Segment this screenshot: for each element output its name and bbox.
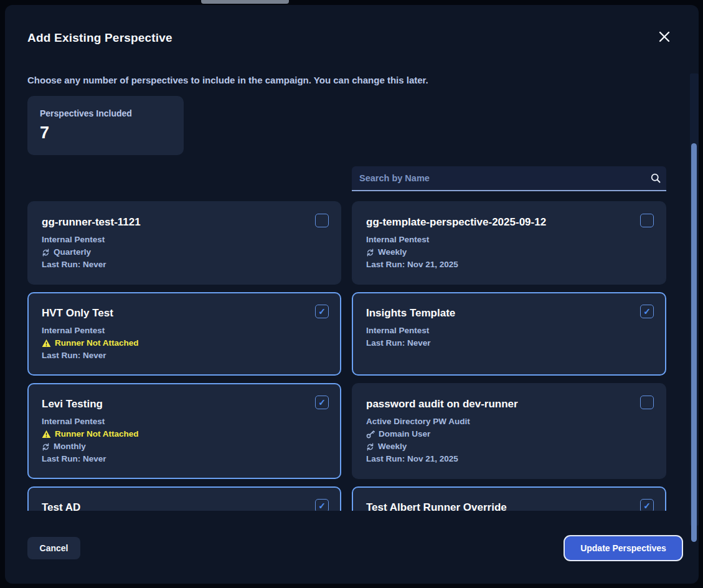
perspective-card-header: gg-template-perspective-2025-09-12 ✓ (366, 214, 654, 230)
meta-text: Weekly (378, 440, 407, 453)
perspectives-included-card: Perspectives Included 7 (27, 96, 184, 155)
meta-text: Monthly (54, 440, 86, 453)
perspective-name: Levi Testing (42, 396, 103, 412)
perspective-meta-row: Last Run: Never (366, 337, 654, 349)
perspective-meta-row: Monthly (42, 440, 329, 453)
meta-text: Last Run: Never (42, 258, 106, 271)
warning-icon (42, 339, 51, 348)
perspective-meta-row: Internal Pentest (42, 325, 329, 337)
scrollbar-thumb[interactable] (691, 143, 697, 542)
perspective-checkbox[interactable]: ✓ (640, 499, 654, 511)
update-perspectives-button[interactable]: Update Perspectives (565, 536, 682, 560)
search-input[interactable] (352, 166, 645, 190)
perspective-meta-row: Internal Pentest (42, 415, 329, 428)
meta-text: Runner Not Attached (55, 428, 139, 440)
add-existing-perspective-modal: Add Existing Perspective Choose any numb… (5, 5, 699, 584)
perspective-meta: Internal PentestRunner Not AttachedLast … (42, 325, 329, 362)
perspective-checkbox[interactable]: ✓ (315, 214, 329, 227)
perspective-checkbox[interactable]: ✓ (640, 214, 654, 227)
perspective-meta-row: Last Run: Never (42, 453, 329, 465)
key-icon (366, 430, 375, 439)
meta-text: Internal Pentest (366, 234, 429, 246)
perspective-name: HVT Only Test (42, 305, 113, 321)
close-icon (658, 30, 671, 46)
meta-text: Active Directory PW Audit (366, 415, 470, 428)
perspective-card[interactable]: gg-template-perspective-2025-09-12 ✓ Int… (352, 201, 666, 285)
check-icon: ✓ (643, 307, 651, 316)
check-icon: ✓ (318, 307, 326, 316)
perspective-card-header: Insights Template ✓ (366, 305, 654, 321)
perspective-meta-row: Last Run: Nov 21, 2025 (366, 453, 654, 465)
repeat-icon (42, 249, 50, 257)
check-icon: ✓ (318, 501, 326, 510)
search-field (352, 166, 666, 191)
perspective-card-header: Test AD ✓ (42, 499, 329, 511)
perspective-name: gg-runner-test-1121 (42, 214, 141, 230)
meta-text: Last Run: Never (366, 337, 431, 349)
perspective-name: Insights Template (366, 305, 455, 321)
meta-text: Internal Pentest (366, 325, 429, 337)
check-icon: ✓ (318, 398, 326, 407)
perspective-name: Test Albert Runner Override (366, 499, 507, 511)
search-icon[interactable] (645, 173, 666, 184)
modal-title: Add Existing Perspective (27, 31, 172, 45)
meta-text: Runner Not Attached (55, 337, 139, 349)
perspective-card[interactable]: HVT Only Test ✓ Internal PentestRunner N… (27, 292, 341, 376)
perspective-card[interactable]: Test Albert Runner Override ✓ (352, 486, 666, 511)
perspective-meta-row: Quarterly (42, 246, 329, 258)
perspective-meta-row: Weekly (366, 246, 654, 258)
stat-label: Perspectives Included (40, 108, 171, 118)
background-window-edge (201, 0, 289, 4)
perspective-meta-row: Last Run: Never (42, 349, 329, 362)
perspective-checkbox[interactable]: ✓ (640, 396, 654, 409)
perspective-card-header: HVT Only Test ✓ (42, 305, 329, 321)
meta-text: Internal Pentest (42, 415, 105, 428)
scrollbar-track[interactable] (690, 74, 699, 526)
perspective-card-header: gg-runner-test-1121 ✓ (42, 214, 329, 230)
warning-icon (42, 430, 51, 439)
perspective-card[interactable]: Insights Template ✓ Internal PentestLast… (352, 292, 666, 376)
perspective-meta-row: Last Run: Nov 21, 2025 (366, 258, 654, 271)
meta-text: Internal Pentest (42, 325, 105, 337)
modal-subtitle: Choose any number of perspectives to inc… (27, 75, 428, 85)
repeat-icon (42, 443, 50, 451)
repeat-icon (366, 249, 374, 257)
stat-value: 7 (40, 123, 171, 143)
meta-text: Last Run: Nov 21, 2025 (366, 258, 458, 271)
perspective-meta-row: Weekly (366, 440, 654, 453)
perspective-checkbox[interactable]: ✓ (640, 305, 654, 318)
perspective-card-header: Test Albert Runner Override ✓ (366, 499, 654, 511)
perspective-checkbox[interactable]: ✓ (315, 396, 329, 409)
perspective-card-header: password audit on dev-runner ✓ (366, 396, 654, 412)
close-button[interactable] (657, 31, 672, 45)
perspective-card[interactable]: Test AD ✓ (27, 486, 341, 511)
perspective-meta-row: Internal Pentest (366, 234, 654, 246)
perspective-meta-row: Runner Not Attached (42, 428, 329, 440)
meta-text: Weekly (378, 246, 407, 258)
cancel-button[interactable]: Cancel (27, 537, 80, 559)
perspective-meta: Internal PentestRunner Not AttachedMonth… (42, 415, 329, 465)
check-icon: ✓ (643, 501, 651, 510)
perspective-card[interactable]: gg-runner-test-1121 ✓ Internal PentestQu… (27, 201, 341, 285)
perspective-checkbox[interactable]: ✓ (315, 499, 329, 511)
perspective-meta: Internal PentestLast Run: Never (366, 325, 654, 349)
meta-text: Last Run: Never (42, 349, 106, 362)
perspective-name: gg-template-perspective-2025-09-12 (366, 214, 546, 230)
perspective-meta: Internal PentestQuarterlyLast Run: Never (42, 234, 329, 271)
perspective-meta: Internal PentestWeeklyLast Run: Nov 21, … (366, 234, 654, 271)
repeat-icon (366, 443, 374, 451)
perspective-checkbox[interactable]: ✓ (315, 305, 329, 318)
meta-text: Last Run: Nov 21, 2025 (366, 453, 458, 465)
perspective-card[interactable]: password audit on dev-runner ✓ Active Di… (352, 383, 666, 479)
perspective-meta-row: Last Run: Never (42, 258, 329, 271)
perspective-meta-row: Internal Pentest (42, 234, 329, 246)
perspective-meta-row: Runner Not Attached (42, 337, 329, 349)
perspective-meta-row: Active Directory PW Audit (366, 415, 654, 428)
meta-text: Internal Pentest (42, 234, 105, 246)
perspective-card[interactable]: Levi Testing ✓ Internal PentestRunner No… (27, 383, 341, 479)
perspective-meta-row: Internal Pentest (366, 325, 654, 337)
perspective-card-header: Levi Testing ✓ (42, 396, 329, 412)
perspective-name: Test AD (42, 499, 80, 511)
perspective-meta-row: Domain User (366, 428, 654, 440)
perspective-meta: Active Directory PW AuditDomain UserWeek… (366, 415, 654, 465)
